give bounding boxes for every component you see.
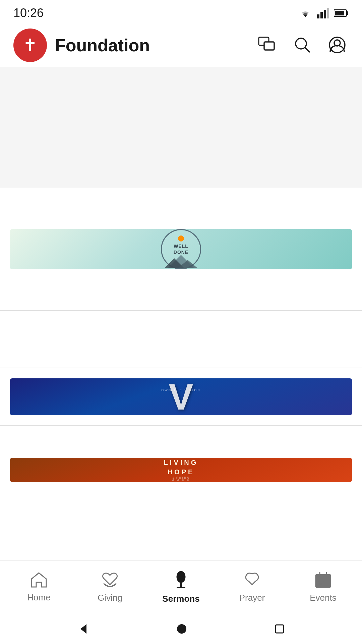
svg-rect-2 <box>324 10 326 18</box>
recents-button[interactable] <box>274 624 285 634</box>
nav-item-prayer[interactable]: Prayer <box>225 568 279 606</box>
sermon-item[interactable]: OWN THE VISION V God's Vision <box>0 368 362 426</box>
search-button[interactable] <box>291 34 314 57</box>
nav-item-events[interactable]: Events <box>296 568 350 606</box>
svg-rect-8 <box>264 42 274 50</box>
hero-area <box>0 67 362 188</box>
sermon-thumbnail-well-done: WELLDONE <box>10 229 352 269</box>
chat-button[interactable] <box>255 34 279 57</box>
living-hope-ref: 1 PETER <box>10 476 352 479</box>
svg-point-25 <box>177 624 186 634</box>
wifi-icon <box>298 8 312 18</box>
header-icons <box>255 34 349 57</box>
cross-icon: ✝ <box>23 37 38 54</box>
svg-rect-19 <box>177 587 185 588</box>
living-hope-text: LIVINGHOPE <box>164 458 198 477</box>
sermon-thumbnail-vision: OWN THE VISION V <box>10 378 352 415</box>
signal-icon <box>317 8 329 18</box>
account-button[interactable] <box>326 34 349 57</box>
svg-rect-26 <box>276 625 284 633</box>
svg-rect-6 <box>335 11 344 15</box>
bottom-nav: Home Giving Sermons Pra <box>0 560 362 614</box>
nav-item-giving[interactable]: Giving <box>83 568 137 606</box>
sermon-item[interactable]: LIVINGHOPE ⊕ ⊕ ⊕ ⊕ 1 PETER Living Hope A… <box>0 426 362 514</box>
app-title: Foundation <box>55 35 150 55</box>
header-left: ✝ Foundation <box>13 29 150 62</box>
sermons-icon <box>173 570 189 591</box>
svg-rect-3 <box>327 8 329 18</box>
home-system-icon <box>176 624 187 634</box>
recents-icon <box>274 624 285 634</box>
nav-label-prayer: Prayer <box>239 593 265 603</box>
svg-rect-1 <box>320 12 323 18</box>
svg-point-17 <box>177 572 185 582</box>
nav-item-home[interactable]: Home <box>12 568 66 606</box>
system-nav <box>0 614 362 644</box>
own-the-vision-text: OWN THE VISION <box>161 388 200 392</box>
back-icon <box>77 623 89 635</box>
svg-rect-20 <box>316 575 330 587</box>
sermon-thumbnail-living-hope: LIVINGHOPE ⊕ ⊕ ⊕ ⊕ 1 PETER <box>10 458 352 482</box>
nav-item-sermons[interactable]: Sermons <box>154 567 208 607</box>
giving-icon <box>101 571 119 590</box>
home-button[interactable] <box>176 624 187 634</box>
status-icons <box>298 8 349 18</box>
svg-marker-24 <box>80 624 86 634</box>
nav-label-home: Home <box>27 592 50 603</box>
svg-rect-0 <box>317 14 319 18</box>
status-time: 10:26 <box>13 6 44 20</box>
header: ✝ Foundation <box>0 23 362 67</box>
svg-line-11 <box>305 47 310 52</box>
nav-label-events: Events <box>310 593 337 603</box>
sermon-list: WELLDONE Well Done August 20, 2023 · Pas… <box>0 188 362 514</box>
v-letter: V <box>169 378 193 415</box>
events-icon <box>314 571 332 590</box>
back-button[interactable] <box>77 623 89 635</box>
sermon-item[interactable]: WELLDONE Well Done August 20, 2023 · Pas… <box>0 188 362 311</box>
chat-icon <box>258 37 276 53</box>
prayer-icon <box>243 571 261 590</box>
status-bar: 10:26 <box>0 0 362 23</box>
sermon-item[interactable]: PEACEMAKER JAMES 3:18 ✝ Peacemaker James… <box>0 311 362 368</box>
account-icon <box>328 36 346 54</box>
nav-label-giving: Giving <box>98 593 122 603</box>
nav-label-sermons: Sermons <box>162 594 199 604</box>
battery-icon <box>334 8 349 18</box>
app-logo[interactable]: ✝ <box>13 29 47 62</box>
svg-rect-18 <box>180 582 182 587</box>
svg-rect-5 <box>347 11 348 15</box>
search-icon <box>294 36 311 54</box>
home-icon <box>30 572 48 590</box>
